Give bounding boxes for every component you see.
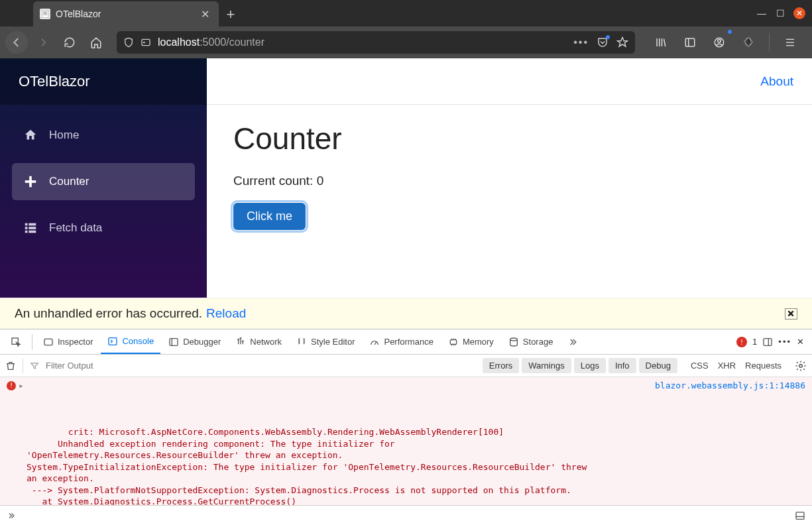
svg-line-30 — [375, 342, 377, 345]
filter-pill-warnings[interactable]: Warnings — [522, 358, 571, 373]
error-text: An unhandled error has occurred. — [15, 306, 202, 321]
filter-icon[interactable] — [30, 361, 39, 371]
source-link[interactable]: blazor.webassembly.js:1:14886 — [655, 380, 805, 392]
svg-point-13 — [718, 40, 721, 43]
menu-icon[interactable] — [779, 31, 801, 54]
maximize-button[interactable]: ☐ — [775, 8, 785, 19]
devtools-tab-console[interactable]: Console — [101, 329, 160, 354]
svg-line-9 — [664, 39, 666, 46]
sidebar-icon[interactable] — [679, 31, 701, 54]
log-text: crit: Microsoft.AspNetCore.Components.We… — [27, 427, 587, 505]
nav-item-home[interactable]: Home — [12, 117, 195, 154]
account-icon[interactable] — [708, 31, 730, 54]
devtools-picker-icon[interactable] — [4, 329, 28, 354]
page-info-icon[interactable] — [141, 37, 151, 48]
svg-rect-39 — [764, 338, 772, 345]
clear-console-icon[interactable] — [5, 360, 16, 372]
svg-rect-31 — [450, 339, 456, 344]
svg-rect-24 — [29, 231, 36, 233]
reload-link[interactable]: Reload — [206, 306, 246, 321]
favicon — [40, 9, 50, 19]
filter-pill-logs[interactable]: Logs — [574, 358, 606, 373]
devtools-tab-inspector[interactable]: Inspector — [36, 329, 99, 354]
svg-point-38 — [510, 338, 518, 341]
console-settings-icon[interactable] — [795, 360, 807, 372]
svg-rect-21 — [25, 227, 28, 229]
tab-title: OTelBlazor — [56, 9, 198, 19]
more-icon[interactable]: ••• — [573, 36, 589, 48]
expand-arrow-icon[interactable]: ▸ — [19, 380, 24, 392]
devtools-tab-memory[interactable]: Memory — [441, 329, 500, 354]
devtools-tab-network[interactable]: Network — [229, 329, 288, 354]
url-text: localhost:5000/counter — [158, 36, 573, 48]
back-button[interactable] — [5, 31, 28, 54]
home-icon — [21, 128, 40, 143]
console-prompt-icon[interactable] — [7, 511, 16, 520]
error-count: 1 — [752, 337, 757, 347]
devtools-tab-storage[interactable]: Storage — [502, 329, 560, 354]
devtools: Inspector Console Debugger Network Style… — [0, 329, 812, 525]
new-tab-button[interactable]: + — [219, 3, 243, 27]
filter-pill-debug[interactable]: Debug — [639, 358, 677, 373]
click-me-button[interactable]: Click me — [233, 203, 306, 230]
svg-point-5 — [144, 42, 145, 42]
nav-label: Fetch data — [49, 221, 102, 235]
tab-close-icon[interactable]: ✕ — [198, 8, 212, 21]
devtools-tab-styleeditor[interactable]: Style Editor — [290, 329, 361, 354]
svg-rect-42 — [796, 512, 804, 519]
svg-rect-0 — [42, 10, 48, 18]
svg-rect-26 — [44, 339, 52, 345]
nav-label: Home — [49, 129, 79, 142]
reload-button[interactable] — [58, 31, 81, 54]
browser-toolbar: localhost:5000/counter ••• — [0, 27, 812, 58]
pocket-icon[interactable] — [597, 36, 609, 48]
top-bar: About — [207, 58, 812, 105]
filter-link-css[interactable]: CSS — [691, 361, 709, 371]
about-link[interactable]: About — [760, 74, 793, 89]
browser-tabbar: OTelBlazor ✕ + — ☐ ✕ — [0, 0, 812, 27]
devtools-tabs-overflow[interactable] — [561, 329, 585, 354]
library-icon[interactable] — [650, 31, 672, 54]
dismiss-icon[interactable]: 🗙 — [785, 308, 797, 320]
error-icon: ! — [7, 381, 16, 390]
filter-input[interactable] — [46, 361, 476, 371]
filter-link-requests[interactable]: Requests — [745, 361, 782, 371]
svg-rect-22 — [29, 227, 36, 229]
devtools-tab-performance[interactable]: Performance — [363, 329, 439, 354]
nav-item-fetchdata[interactable]: Fetch data — [12, 209, 195, 247]
console-output[interactable]: ! ▸ blazor.webassembly.js:1:14886 crit: … — [0, 377, 812, 505]
devtools-more-icon[interactable]: ••• — [778, 337, 791, 347]
filter-pill-info[interactable]: Info — [609, 358, 636, 373]
shield-icon[interactable] — [123, 36, 134, 48]
svg-point-41 — [799, 364, 803, 367]
browser-tab[interactable]: OTelBlazor ✕ — [33, 1, 219, 27]
minimize-button[interactable]: — — [756, 8, 767, 19]
devtools-close-icon[interactable]: ✕ — [797, 337, 804, 347]
app-sidebar: OTelBlazor Home Counter Fetch data — [0, 58, 207, 298]
svg-rect-18 — [25, 180, 36, 183]
svg-rect-23 — [25, 231, 28, 233]
extension-icon[interactable] — [737, 31, 760, 54]
forward-button — [32, 31, 54, 54]
filter-pill-errors[interactable]: Errors — [483, 358, 519, 373]
list-icon — [21, 221, 40, 235]
devtools-dock-icon[interactable] — [762, 337, 773, 347]
app-brand[interactable]: OTelBlazor — [0, 58, 207, 105]
nav-item-counter[interactable]: Counter — [12, 163, 195, 200]
count-value: 0 — [317, 174, 324, 188]
nav-label: Counter — [49, 175, 89, 188]
filter-link-xhr[interactable]: XHR — [718, 361, 736, 371]
home-button[interactable] — [85, 31, 107, 54]
svg-rect-20 — [29, 223, 36, 226]
svg-rect-4 — [142, 39, 150, 45]
svg-rect-10 — [685, 38, 695, 46]
bookmark-icon[interactable] — [616, 36, 628, 48]
url-bar[interactable]: localhost:5000/counter ••• — [117, 31, 635, 54]
error-badge-icon[interactable]: ! — [736, 337, 747, 347]
plus-icon — [21, 174, 40, 189]
split-console-icon[interactable] — [795, 510, 805, 521]
svg-rect-28 — [170, 338, 178, 345]
close-window-button[interactable]: ✕ — [793, 7, 805, 19]
devtools-tab-debugger[interactable]: Debugger — [162, 329, 227, 354]
count-text: Current count: 0 — [233, 174, 785, 188]
